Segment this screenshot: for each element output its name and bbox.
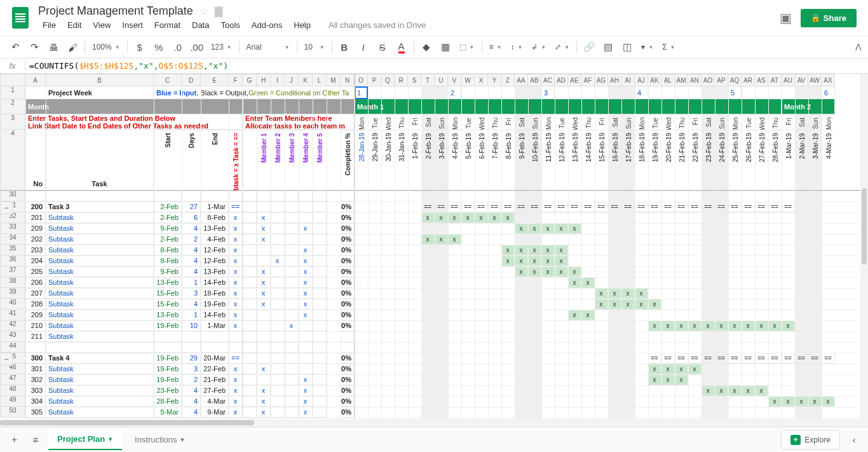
gantt-cell[interactable]: == [795, 353, 808, 364]
gantt-cell[interactable]: == [595, 202, 608, 212]
cell[interactable]: x [271, 256, 285, 266]
gantt-cell[interactable]: x [782, 320, 795, 331]
cell[interactable]: 6 [822, 86, 835, 99]
gantt-cell[interactable]: == [448, 202, 461, 212]
gantt-cell[interactable]: x [595, 299, 608, 310]
col-header[interactable]: G [243, 74, 257, 86]
cell[interactable]: 3 [182, 288, 201, 299]
gantt-cell[interactable]: == [528, 202, 541, 212]
cell[interactable]: Member 4 [299, 130, 313, 191]
gantt-cell[interactable]: x [661, 374, 675, 385]
print-icon[interactable]: 🖶 [44, 38, 62, 56]
cell[interactable]: 19-Feb [154, 364, 182, 374]
dow-header[interactable]: Sun [621, 114, 635, 130]
row-header[interactable]: 2 [0, 99, 25, 114]
date-header[interactable]: 17-Feb-19 [621, 130, 635, 191]
cell[interactable]: Member 1 [257, 130, 271, 191]
valign-icon[interactable]: ↕▼ [506, 38, 526, 56]
cell[interactable] [243, 191, 257, 202]
cell[interactable] [313, 310, 327, 320]
gantt-cell[interactable]: == [728, 353, 742, 364]
row-header[interactable]: 42 [0, 320, 25, 331]
gantt-cell[interactable]: x [515, 256, 528, 266]
cell[interactable]: Subtask [46, 364, 154, 374]
gantt-cell[interactable]: == [702, 353, 715, 364]
cell[interactable]: x [257, 266, 271, 277]
gantt-cell[interactable]: x [621, 299, 635, 310]
dow-header[interactable]: Fri [595, 114, 608, 130]
cell[interactable]: 0% [341, 396, 355, 407]
cell[interactable]: 22-Feb [201, 364, 229, 374]
gantt-cell[interactable]: == [702, 202, 715, 212]
col-header[interactable]: AA [515, 74, 528, 86]
cell[interactable]: x [229, 223, 243, 234]
gantt-cell[interactable]: == [688, 202, 702, 212]
cell[interactable] [285, 234, 299, 245]
cell[interactable]: Task [46, 130, 154, 191]
menu-view[interactable]: View [88, 19, 115, 31]
dow-header[interactable]: Sat [702, 114, 715, 130]
cell[interactable] [341, 331, 355, 342]
cell[interactable]: 12-Feb [201, 245, 229, 256]
date-header[interactable]: 21-Feb-19 [675, 130, 688, 191]
spreadsheet-grid[interactable]: ABCDEFGHIJKLMNOPQRSTUVWXYZAAABACADAEAFAG… [0, 74, 868, 427]
date-header[interactable]: 29-Jan-19 [368, 130, 381, 191]
gantt-cell[interactable]: x [421, 212, 435, 223]
cell[interactable]: x [229, 212, 243, 223]
cell[interactable]: 19-Feb [154, 320, 182, 331]
cell[interactable] [243, 245, 257, 256]
cell[interactable] [257, 374, 271, 385]
cell[interactable]: 4-Mar [201, 396, 229, 407]
cell[interactable]: 0% [341, 202, 355, 212]
gantt-cell[interactable]: == [768, 353, 782, 364]
cell[interactable] [243, 277, 257, 288]
cell[interactable] [299, 320, 313, 331]
date-header[interactable]: 18-Feb-19 [635, 130, 648, 191]
cell[interactable]: 29 [182, 353, 201, 364]
cell[interactable]: 2 [182, 374, 201, 385]
col-header[interactable]: AJ [635, 74, 648, 86]
cell[interactable] [271, 212, 285, 223]
date-header[interactable]: 28-Feb-19 [768, 130, 782, 191]
gantt-cell[interactable]: x [635, 299, 648, 310]
cell[interactable]: 5-Mar [154, 407, 182, 418]
date-header[interactable]: 16-Feb-19 [608, 130, 621, 191]
group-collapse-icon[interactable]: − [0, 353, 13, 366]
gantt-cell[interactable]: == [688, 353, 702, 364]
explore-button[interactable]: Explore [781, 430, 840, 449]
cell[interactable] [154, 342, 182, 353]
cell[interactable]: No [25, 130, 46, 191]
date-header[interactable]: 2-Feb-19 [421, 130, 435, 191]
all-sheets-icon[interactable]: ≡ [27, 431, 44, 449]
cell[interactable]: x [257, 234, 271, 245]
cell[interactable] [299, 234, 313, 245]
cell[interactable]: Subtask [46, 407, 154, 418]
gantt-cell[interactable]: == [822, 353, 835, 364]
row-header[interactable]: 36 [0, 256, 25, 266]
date-header[interactable]: 26-Feb-19 [742, 130, 755, 191]
gantt-cell[interactable]: x [501, 212, 515, 223]
cell[interactable]: Subtask [46, 396, 154, 407]
menu-edit[interactable]: Edit [63, 19, 86, 31]
col-header[interactable]: U [435, 74, 448, 86]
gantt-cell[interactable]: x [728, 385, 742, 396]
cell[interactable] [271, 364, 285, 374]
cell[interactable]: 8-Feb [154, 245, 182, 256]
cell[interactable] [154, 191, 182, 202]
gantt-cell[interactable]: x [435, 234, 448, 245]
cell[interactable]: Member 5 [313, 130, 327, 191]
gantt-cell[interactable]: x [795, 396, 808, 407]
cell[interactable]: 0% [341, 234, 355, 245]
gantt-cell[interactable]: x [768, 320, 782, 331]
gantt-cell[interactable]: x [568, 266, 581, 277]
cell[interactable]: 4 [182, 266, 201, 277]
cell[interactable] [243, 385, 257, 396]
gantt-cell[interactable]: x [568, 223, 581, 234]
cell[interactable] [243, 202, 257, 212]
gantt-cell[interactable]: x [488, 212, 501, 223]
cell[interactable]: 3 [541, 86, 555, 99]
cell[interactable] [299, 353, 313, 364]
cell[interactable] [313, 353, 327, 364]
gantt-cell[interactable]: == [768, 202, 782, 212]
col-header[interactable]: AQ [728, 74, 742, 86]
